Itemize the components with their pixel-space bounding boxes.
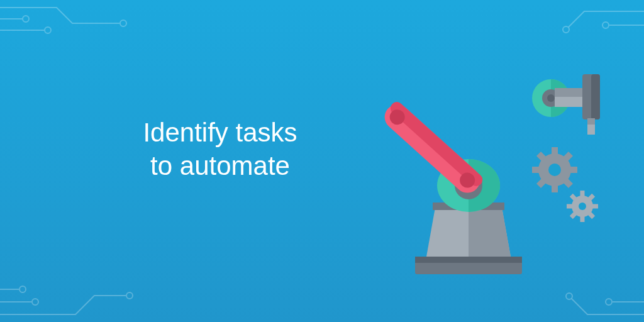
- svg-rect-41: [580, 216, 585, 222]
- svg-point-7: [19, 286, 26, 292]
- svg-point-3: [563, 26, 569, 33]
- circuit-trace-top-left: [0, 0, 138, 44]
- svg-rect-43: [592, 204, 598, 209]
- svg-point-5: [126, 292, 133, 299]
- heading-line-2: to automate: [150, 151, 290, 180]
- robot-arm-illustration: [365, 44, 604, 283]
- svg-rect-32: [532, 167, 540, 173]
- svg-point-0: [120, 20, 126, 26]
- circuit-trace-bottom-left: [0, 265, 138, 322]
- svg-rect-11: [415, 257, 522, 263]
- gear-small-icon: [560, 184, 604, 229]
- gear-large-icon: [523, 138, 587, 202]
- svg-point-9: [606, 299, 612, 305]
- svg-point-48: [579, 203, 586, 210]
- heading-line-1: Identify tasks: [143, 118, 297, 147]
- page-title: Identify tasks to automate: [94, 116, 346, 182]
- svg-point-6: [32, 299, 38, 305]
- svg-rect-28: [587, 118, 595, 125]
- svg-point-1: [23, 16, 29, 22]
- circuit-trace-top-right: [518, 0, 644, 50]
- svg-rect-42: [567, 204, 572, 209]
- svg-point-38: [548, 164, 561, 176]
- svg-point-8: [566, 293, 572, 299]
- svg-point-2: [45, 27, 51, 33]
- svg-point-22: [547, 94, 555, 102]
- svg-rect-30: [552, 147, 558, 155]
- svg-rect-26: [591, 74, 600, 119]
- svg-rect-40: [580, 191, 585, 196]
- svg-rect-31: [552, 185, 558, 192]
- svg-point-4: [602, 22, 609, 28]
- svg-rect-33: [570, 167, 577, 173]
